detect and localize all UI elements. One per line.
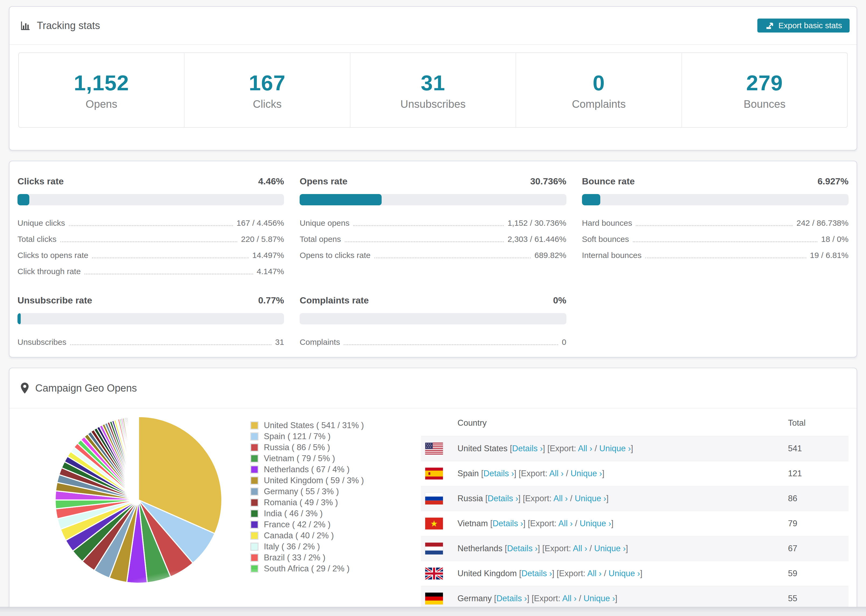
map-pin-icon <box>20 382 29 394</box>
detail-value: 18 / 0% <box>821 235 849 244</box>
export-all-link[interactable]: All › <box>587 569 601 578</box>
dotted-leader <box>353 225 504 226</box>
export-all-link[interactable]: All › <box>549 469 564 478</box>
legend-item-russia: Russia ( 86 / 5% ) <box>250 442 414 453</box>
rate-detail-row: Total opens2,303 / 61.446% <box>299 231 566 247</box>
export-all-link[interactable]: All › <box>553 494 568 503</box>
export-all-link[interactable]: All › <box>573 544 587 553</box>
column-header-total: Total <box>788 418 849 428</box>
flag-nl-icon <box>425 543 443 555</box>
detail-label: Total clicks <box>17 235 57 244</box>
geo-pie-chart[interactable] <box>52 414 225 586</box>
detail-value: 19 / 6.81% <box>810 251 849 260</box>
export-basic-stats-button[interactable]: Export basic stats <box>757 19 850 33</box>
rate-detail-row: Soft bounces18 / 0% <box>582 231 849 247</box>
tracking-stats-title-text: Tracking stats <box>37 20 100 31</box>
detail-label: Soft bounces <box>582 235 629 244</box>
legend-item-spain: Spain ( 121 / 7% ) <box>250 431 414 442</box>
country-total: 541 <box>788 444 849 453</box>
legend-item-italy: Italy ( 36 / 2% ) <box>250 541 414 552</box>
legend-swatch <box>250 543 258 551</box>
export-unique-link[interactable]: Unique › <box>584 594 615 603</box>
detail-value: 2,303 / 61.446% <box>507 235 567 244</box>
rate-detail-row: Total clicks220 / 5.87% <box>17 231 284 247</box>
details-link[interactable]: Details › <box>488 494 518 503</box>
stat-label: Clicks <box>184 98 350 110</box>
export-unique-link[interactable]: Unique › <box>599 444 631 453</box>
pie-slice[interactable] <box>138 416 139 500</box>
rate-title: Opens rate <box>299 176 348 187</box>
rate-value: 6.927% <box>817 176 849 187</box>
legend-item-netherlands: Netherlands ( 67 / 4% ) <box>250 464 414 475</box>
export-all-link[interactable]: All › <box>578 444 592 453</box>
flag-gb-icon <box>425 567 443 580</box>
legend-swatch <box>250 454 258 462</box>
rate-progress-track <box>17 194 284 205</box>
stat-clicks: 167Clicks <box>184 53 350 127</box>
detail-value: 4.147% <box>257 267 284 276</box>
rate-detail-row: Unsubscribes31 <box>17 334 284 350</box>
dashboard-page: Tracking stats Export basic stats 1,152O… <box>0 0 866 616</box>
pie-svg[interactable] <box>52 414 225 586</box>
export-all-link[interactable]: All › <box>558 519 573 528</box>
geo-content: United States ( 541 / 31% )Spain ( 121 /… <box>9 409 857 611</box>
detail-label: Clicks to opens rate <box>17 251 88 260</box>
details-link[interactable]: Details › <box>507 544 538 553</box>
details-link[interactable]: Details › <box>493 519 523 528</box>
rate-detail-row: Complaints0 <box>299 334 566 350</box>
geo-table: CountryTotalUnited States [Details ›] [E… <box>421 410 849 611</box>
rate-block-opens-rate: Opens rate30.736%Unique opens1,152 / 30.… <box>299 176 566 280</box>
country-name: Germany <box>457 594 491 603</box>
export-icon <box>765 21 774 30</box>
detail-label: Click through rate <box>17 267 81 276</box>
geo-table-row-us: United States [Details ›] [Export: All ›… <box>421 436 849 461</box>
legend-item-vietnam: Vietnam ( 79 / 5% ) <box>250 453 414 464</box>
detail-value: 220 / 5.87% <box>241 235 284 244</box>
detail-value: 1,152 / 30.736% <box>507 218 567 228</box>
rate-value: 0% <box>553 295 567 306</box>
details-link[interactable]: Details › <box>496 594 527 603</box>
stat-value: 1,152 <box>19 71 184 96</box>
legend-label: United Kingdom ( 59 / 3% ) <box>264 476 364 486</box>
details-link[interactable]: Details › <box>521 569 552 578</box>
geo-table-row-ru: Russia [Details ›] [Export: All › / Uniq… <box>421 486 849 511</box>
flag-vn-icon <box>425 518 443 530</box>
country-name: Netherlands <box>457 544 502 553</box>
dotted-leader <box>636 225 793 226</box>
rate-title: Unsubscribe rate <box>17 295 92 306</box>
export-all-link[interactable]: All › <box>562 594 576 603</box>
geo-opens-card: Campaign Geo Opens United States ( 541 /… <box>9 368 857 616</box>
stat-bounces: 279Bounces <box>682 53 847 127</box>
stat-label: Bounces <box>682 98 847 110</box>
rate-progress-track <box>17 313 284 324</box>
export-unique-link[interactable]: Unique › <box>594 544 625 553</box>
legend-item-germany: Germany ( 55 / 3% ) <box>250 486 414 497</box>
country-total: 59 <box>788 569 849 578</box>
country-total: 79 <box>788 519 849 528</box>
country-total: 67 <box>788 544 849 553</box>
stats-summary-row: 1,152Opens167Clicks31Unsubscribes0Compla… <box>18 52 848 128</box>
geo-table-row-vn: Vietnam [Details ›] [Export: All › / Uni… <box>421 511 849 536</box>
rate-title: Complaints rate <box>299 295 369 306</box>
rate-progress-track <box>299 313 566 324</box>
legend-item-india: India ( 46 / 3% ) <box>250 508 414 519</box>
legend-swatch <box>250 554 258 562</box>
detail-value: 31 <box>275 338 284 347</box>
dotted-leader <box>85 273 253 274</box>
legend-swatch <box>250 532 258 540</box>
flag-ru-icon <box>425 493 443 504</box>
legend-swatch <box>250 443 258 451</box>
flag-es-icon <box>425 468 443 479</box>
details-link[interactable]: Details › <box>483 469 514 478</box>
export-unique-link[interactable]: Unique › <box>579 519 611 528</box>
pie-legend: United States ( 541 / 31% )Spain ( 121 /… <box>250 420 414 611</box>
export-unique-link[interactable]: Unique › <box>575 494 606 503</box>
stat-value: 279 <box>682 71 847 96</box>
dotted-leader <box>92 258 248 258</box>
export-unique-link[interactable]: Unique › <box>609 569 640 578</box>
details-link[interactable]: Details › <box>512 444 543 453</box>
rate-detail-row: Opens to clicks rate689.82% <box>299 247 566 263</box>
bottom-scroll-area <box>0 607 866 616</box>
export-unique-link[interactable]: Unique › <box>570 469 602 478</box>
detail-label: Unsubscribes <box>17 338 66 347</box>
